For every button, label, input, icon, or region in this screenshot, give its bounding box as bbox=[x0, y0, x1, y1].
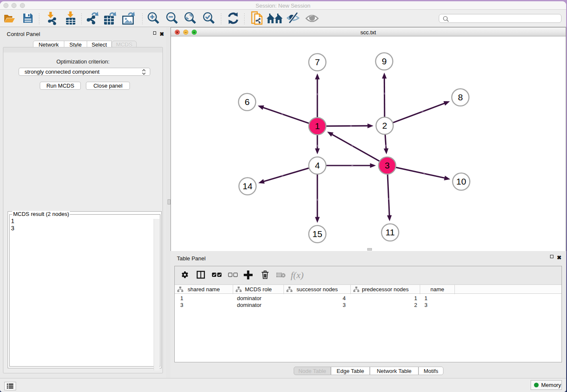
svg-text:10: 10 bbox=[456, 177, 466, 186]
svg-text:9: 9 bbox=[382, 56, 387, 66]
svg-text:1: 1 bbox=[315, 121, 320, 131]
svg-text:6: 6 bbox=[245, 97, 250, 107]
svg-text:15: 15 bbox=[312, 229, 322, 239]
svg-text:8: 8 bbox=[458, 92, 463, 102]
svg-text:7: 7 bbox=[315, 57, 320, 67]
svg-text:14: 14 bbox=[242, 181, 253, 191]
svg-text:3: 3 bbox=[385, 160, 390, 170]
svg-text:2: 2 bbox=[382, 121, 387, 130]
svg-text:11: 11 bbox=[385, 227, 395, 237]
svg-text:4: 4 bbox=[315, 160, 320, 170]
